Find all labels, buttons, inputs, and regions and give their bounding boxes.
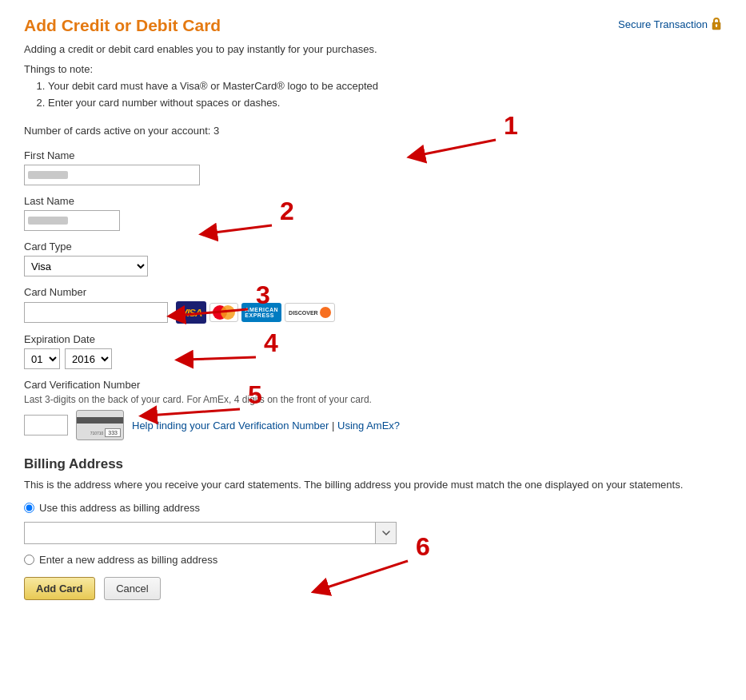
subtitle: Adding a credit or debit card enables yo… bbox=[24, 43, 722, 55]
billing-desc: This is the address where you receive yo… bbox=[24, 479, 722, 491]
use-existing-text: Use this address as billing address bbox=[39, 502, 200, 514]
card-type-label: Card Type bbox=[24, 241, 722, 253]
cvn-amex-link[interactable]: Using AmEx? bbox=[337, 420, 400, 432]
card-number-group: Card Number VISA AMERICANEXPRESS DISCOVE… bbox=[24, 286, 722, 324]
page-wrapper: Add Credit or Debit Card Secure Transact… bbox=[24, 16, 722, 600]
expiration-label: Expiration Date bbox=[24, 333, 722, 345]
expiration-group: Expiration Date 01 02 03 04 05 06 07 08 … bbox=[24, 333, 722, 369]
page-header: Add Credit or Debit Card Secure Transact… bbox=[24, 16, 722, 35]
discover-logo: DISCOVER bbox=[285, 303, 335, 322]
first-name-input-wrapper bbox=[24, 165, 200, 185]
first-name-blur bbox=[28, 171, 68, 179]
secure-transaction-link[interactable]: Secure Transaction bbox=[618, 16, 722, 33]
things-to-note-label: Things to note: bbox=[24, 63, 722, 75]
expiry-year-select[interactable]: 2016 2017 2018 2019 2020 2021 2022 2023 … bbox=[65, 348, 112, 369]
enter-new-radio[interactable] bbox=[24, 555, 34, 565]
page-title: Add Credit or Debit Card bbox=[24, 16, 221, 35]
cancel-button[interactable]: Cancel bbox=[104, 577, 160, 600]
notes-list: Your debit card must have a Visa® or Mas… bbox=[48, 80, 722, 109]
chevron-down-svg bbox=[382, 531, 390, 535]
cards-active: Number of cards active on your account: … bbox=[24, 125, 722, 137]
cvn-digits-display: 333 bbox=[105, 428, 121, 437]
cards-active-count: 3 bbox=[213, 125, 219, 137]
card-number-input[interactable] bbox=[24, 302, 168, 323]
cvn-card-image: 710710 333 bbox=[76, 410, 124, 440]
enter-new-label[interactable]: Enter a new address as billing address bbox=[24, 554, 722, 566]
discover-text: DISCOVER bbox=[289, 310, 318, 316]
card-logos: VISA AMERICANEXPRESS DISCOVER bbox=[176, 301, 335, 324]
enter-new-radio-group: Enter a new address as billing address bbox=[24, 554, 722, 566]
cards-active-label: Number of cards active on your account: bbox=[24, 125, 210, 137]
form-buttons: Add Card Cancel bbox=[24, 577, 722, 600]
visa-logo: VISA bbox=[176, 301, 206, 324]
discover-circle bbox=[320, 307, 331, 318]
address-select-row bbox=[24, 522, 722, 544]
last-name-group: Last Name bbox=[24, 195, 722, 231]
note-item-2: Enter your card number without spaces or… bbox=[48, 97, 722, 109]
last-name-input-wrapper bbox=[24, 210, 120, 231]
expiry-month-select[interactable]: 01 02 03 04 05 06 07 08 09 10 11 12 bbox=[24, 348, 60, 369]
lock-icon bbox=[711, 16, 722, 33]
secure-transaction-label: Secure Transaction bbox=[618, 18, 708, 30]
expiry-row: 01 02 03 04 05 06 07 08 09 10 11 12 2016… bbox=[24, 348, 722, 369]
cvn-group: Card Verification Number Last 3-digits o… bbox=[24, 379, 722, 440]
add-card-button[interactable]: Add Card bbox=[24, 577, 95, 600]
cvn-fake-number: 710710 bbox=[90, 431, 104, 436]
first-name-label: First Name bbox=[24, 149, 722, 161]
first-name-group: First Name bbox=[24, 149, 722, 185]
amex-logo: AMERICANEXPRESS bbox=[241, 303, 281, 322]
use-existing-label[interactable]: Use this address as billing address bbox=[24, 502, 722, 514]
svg-point-2 bbox=[716, 24, 717, 26]
last-name-blur bbox=[28, 217, 68, 225]
mastercard-logo bbox=[209, 303, 238, 322]
card-number-row: VISA AMERICANEXPRESS DISCOVER bbox=[24, 301, 722, 324]
use-existing-radio-group: Use this address as billing address bbox=[24, 502, 722, 514]
cvn-label: Card Verification Number bbox=[24, 379, 722, 391]
cvn-row: 710710 333 Help finding your Card Verifi… bbox=[24, 410, 722, 440]
cvn-card-stripe bbox=[77, 417, 123, 424]
card-type-group: Card Type Visa MasterCard American Expre… bbox=[24, 241, 722, 276]
existing-address-input[interactable] bbox=[24, 522, 376, 544]
cvn-links: Help finding your Card Verification Numb… bbox=[132, 420, 400, 432]
last-name-label: Last Name bbox=[24, 195, 722, 207]
cvn-separator: | bbox=[332, 420, 337, 432]
cvn-help-link[interactable]: Help finding your Card Verification Numb… bbox=[132, 420, 329, 432]
address-chevron-icon[interactable] bbox=[376, 522, 397, 544]
billing-title: Billing Address bbox=[24, 456, 722, 472]
billing-section: Billing Address This is the address wher… bbox=[24, 456, 722, 566]
enter-new-text: Enter a new address as billing address bbox=[39, 554, 217, 566]
cvn-input[interactable] bbox=[24, 415, 68, 436]
card-number-label: Card Number bbox=[24, 286, 722, 298]
amex-text: AMERICANEXPRESS bbox=[245, 307, 278, 318]
card-type-select[interactable]: Visa MasterCard American Express Discove… bbox=[24, 256, 148, 276]
use-existing-radio[interactable] bbox=[24, 503, 34, 513]
note-item-1: Your debit card must have a Visa® or Mas… bbox=[48, 80, 722, 92]
mc-circle-orange bbox=[221, 305, 235, 320]
cvn-desc: Last 3-digits on the back of your card. … bbox=[24, 394, 722, 405]
